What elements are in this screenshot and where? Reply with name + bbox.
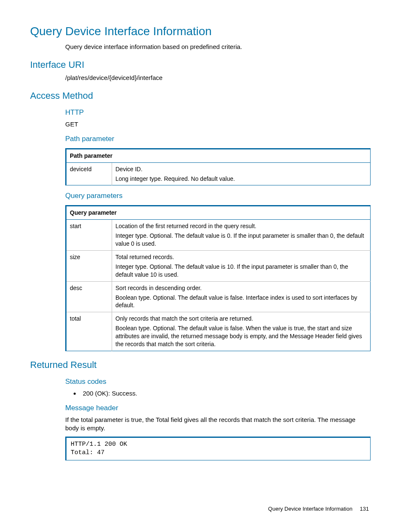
http-method-value: GET xyxy=(65,120,369,129)
param-name: total xyxy=(66,312,112,351)
param-name: start xyxy=(66,220,112,251)
subsection-status-codes: Status codes xyxy=(65,377,369,387)
param-desc: Total returned records.Integer type. Opt… xyxy=(112,250,371,281)
param-name: deviceId xyxy=(66,162,112,185)
page-footer: Query Device Interface Information 131 xyxy=(268,505,369,513)
path-parameter-table: Path parameter deviceId Device ID. Long … xyxy=(65,148,371,186)
table-header: Path parameter xyxy=(66,149,371,162)
intro-text: Query device interface information based… xyxy=(65,43,369,51)
param-desc: Location of the first returned record in… xyxy=(112,220,371,251)
section-returned-result: Returned Result xyxy=(30,359,369,371)
subsection-message-header: Message header xyxy=(65,403,369,413)
status-code-item: 200 (OK): Success. xyxy=(80,389,369,398)
table-row: desc Sort records in descending order.Bo… xyxy=(66,281,371,312)
subsection-query-parameters: Query parameters xyxy=(65,191,369,201)
param-name: size xyxy=(66,250,112,281)
param-desc: Sort records in descending order.Boolean… xyxy=(112,281,371,312)
footer-title: Query Device Interface Information xyxy=(268,506,353,512)
interface-uri-value: /plat/res/device/{deviceId}/interface xyxy=(65,74,369,82)
table-row: size Total returned records.Integer type… xyxy=(66,250,371,281)
table-row: deviceId Device ID. Long integer type. R… xyxy=(66,162,371,185)
page-title: Query Device Interface Information xyxy=(30,23,369,39)
subsection-http: HTTP xyxy=(65,108,369,118)
table-row: total Only records that match the sort c… xyxy=(66,312,371,351)
status-codes-list: 200 (OK): Success. xyxy=(72,389,369,398)
table-header: Query parameter xyxy=(66,206,371,220)
subsection-path-parameter: Path parameter xyxy=(65,134,369,144)
query-parameters-table: Query parameter start Location of the fi… xyxy=(65,205,371,351)
code-block: HTTP/1.1 200 OK Total: 47 xyxy=(65,437,371,460)
section-access-method: Access Method xyxy=(30,90,369,102)
message-header-text: If the total parameter is true, the Tota… xyxy=(65,416,369,433)
section-interface-uri: Interface URI xyxy=(30,59,369,71)
param-desc: Only records that match the sort criteri… xyxy=(112,312,371,351)
param-name: desc xyxy=(66,281,112,312)
page-number: 131 xyxy=(360,506,369,512)
param-desc: Device ID. Long integer type. Required. … xyxy=(112,162,371,185)
table-row: start Location of the first returned rec… xyxy=(66,220,371,251)
